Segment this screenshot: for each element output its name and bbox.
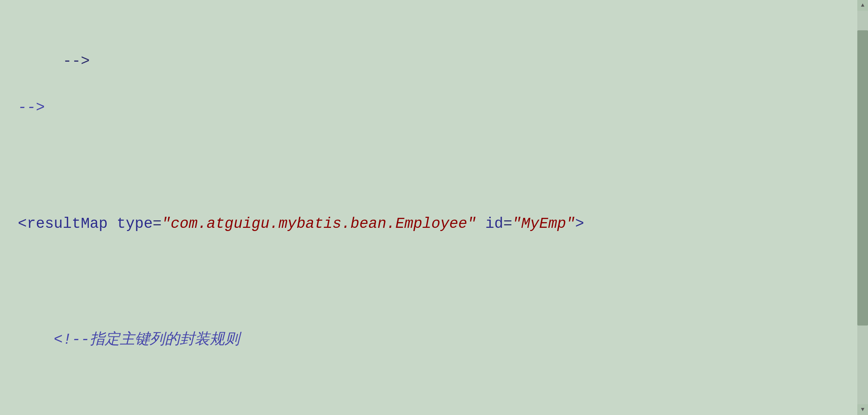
scrollbar[interactable]: ▲ ▼: [857, 0, 868, 415]
scroll-up-arrow[interactable]: ▲: [857, 0, 868, 11]
line-1: -->: [18, 96, 843, 119]
code-content: --> --> <resultMap type="com.atguigu.myb…: [0, 0, 857, 415]
scrollbar-thumb[interactable]: [857, 30, 868, 326]
scroll-down-arrow[interactable]: ▼: [857, 404, 868, 415]
line-2: <resultMap type="com.atguigu.mybatis.bea…: [18, 212, 843, 236]
line-3: <!--指定主键列的封装规则: [18, 328, 843, 352]
code-editor: --> --> <resultMap type="com.atguigu.myb…: [0, 0, 868, 415]
scrollbar-track[interactable]: [857, 11, 868, 404]
